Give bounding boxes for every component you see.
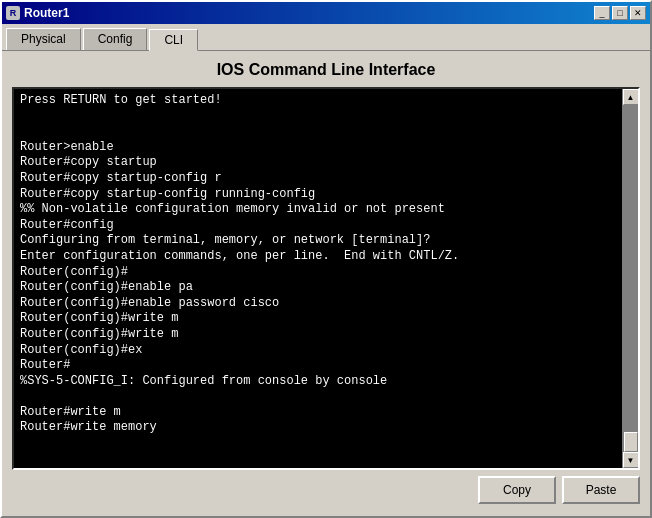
tab-config[interactable]: Config <box>83 28 148 50</box>
scroll-down-button[interactable]: ▼ <box>623 452 639 468</box>
main-window: R Router1 _ □ ✕ Physical Config CLI IOS … <box>0 0 652 518</box>
window-icon: R <box>6 6 20 20</box>
button-row: Copy Paste <box>12 470 640 506</box>
maximize-button[interactable]: □ <box>612 6 628 20</box>
minimize-button[interactable]: _ <box>594 6 610 20</box>
tab-physical[interactable]: Physical <box>6 28 81 50</box>
scroll-up-button[interactable]: ▲ <box>623 89 639 105</box>
terminal-output[interactable]: Press RETURN to get started! Router>enab… <box>14 89 622 468</box>
copy-button[interactable]: Copy <box>478 476 556 504</box>
scrollbar: ▲ ▼ <box>622 89 638 468</box>
terminal-container: Press RETURN to get started! Router>enab… <box>12 87 640 470</box>
window-title: Router1 <box>24 6 69 20</box>
title-bar-left: R Router1 <box>6 6 69 20</box>
scroll-track[interactable] <box>623 105 638 452</box>
page-title: IOS Command Line Interface <box>12 61 640 79</box>
scroll-thumb[interactable] <box>624 432 638 452</box>
tab-cli[interactable]: CLI <box>149 29 198 51</box>
content-area: IOS Command Line Interface Press RETURN … <box>2 50 650 516</box>
tab-bar: Physical Config CLI <box>2 24 650 50</box>
title-bar: R Router1 _ □ ✕ <box>2 2 650 24</box>
title-buttons: _ □ ✕ <box>594 6 646 20</box>
close-button[interactable]: ✕ <box>630 6 646 20</box>
paste-button[interactable]: Paste <box>562 476 640 504</box>
